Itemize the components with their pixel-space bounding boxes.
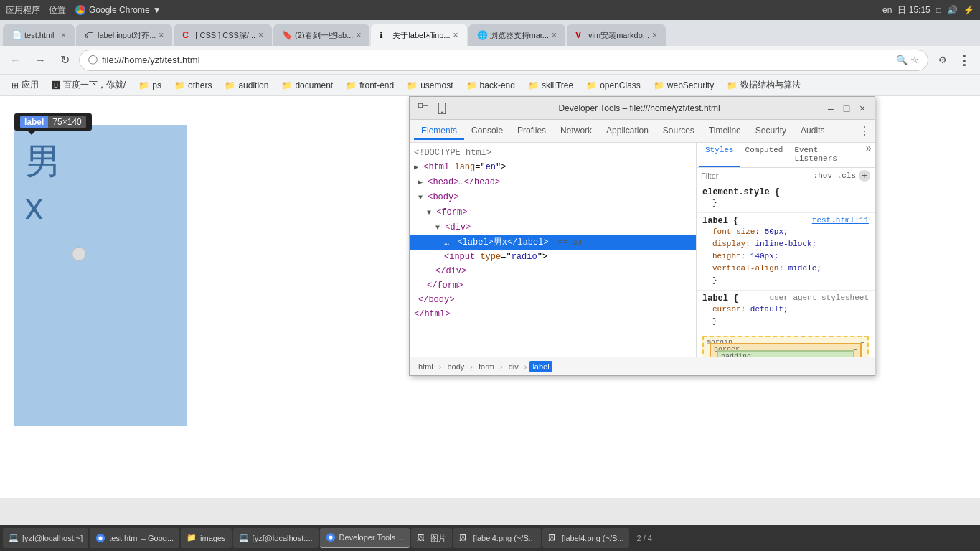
bookmark-star-icon[interactable]: ☆ — [910, 55, 919, 65]
forward-button[interactable]: → — [30, 50, 50, 70]
bookmark-baidu[interactable]: 🅱 百度一下，你就/ — [46, 77, 131, 93]
devtools-phone-icon[interactable] — [434, 100, 450, 116]
tab-close-3[interactable]: × — [258, 30, 263, 40]
bookmark-audition[interactable]: 📁 audition — [219, 79, 274, 92]
devtools-dom-panel: <!DOCTYPE html> ▶ <html lang="en"> ▶ <he… — [410, 143, 697, 357]
taskbar-images[interactable]: 📁 images — [181, 528, 231, 548]
taskbar-devtools[interactable]: Developer Tools ... — [320, 528, 410, 548]
taskbar-label4-1[interactable]: 🖼 [label4.png (~/S... — [453, 528, 541, 548]
html-close-tag: </html> — [414, 309, 450, 319]
dom-line-doctype[interactable]: <!DOCTYPE html> — [410, 146, 696, 160]
tab-vim-markdown[interactable]: V vim安装markdo... × — [567, 24, 666, 46]
tab-close-7[interactable]: × — [652, 30, 657, 40]
taskbar-terminal-2[interactable]: 💻 [yzf@localhost:... — [233, 528, 319, 548]
bookmark-apps[interactable]: ⊞ 应用 — [6, 77, 44, 93]
extensions-button[interactable]: ⚙ — [933, 50, 953, 70]
taskbar-pictures[interactable]: 🖼 图片 — [411, 528, 452, 548]
dom-line-input[interactable]: <input type="radio"> — [410, 250, 696, 264]
filter-input[interactable] — [701, 171, 811, 180]
breadcrumb-label[interactable]: label — [529, 361, 552, 372]
devtools-tab-sources[interactable]: Sources — [656, 123, 702, 140]
bookmark-others[interactable]: 📁 others — [169, 79, 217, 92]
taskbar-label4-icon-2: 🖼 — [548, 533, 558, 543]
dom-line-html[interactable]: ▶ <html lang="en"> — [410, 160, 696, 175]
devtools-tab-elements[interactable]: Elements — [414, 123, 464, 140]
breadcrumb-div[interactable]: div — [506, 361, 522, 372]
page-blue-box: 男x — [14, 125, 187, 426]
tab-close-2[interactable]: × — [159, 30, 164, 40]
bookmark-usemost[interactable]: 📁 usemost — [401, 79, 458, 92]
tab-close-4[interactable]: × — [356, 30, 361, 40]
style-display: display: inline-block; — [702, 238, 869, 250]
dom-line-div-close[interactable]: </div> — [410, 264, 696, 278]
chrome-menu-button[interactable]: ⋮ — [954, 50, 974, 70]
devtools-tab-network[interactable]: Network — [553, 123, 599, 140]
devtools-inspect-icon[interactable] — [415, 100, 431, 116]
dom-line-form[interactable]: ▼ <form> — [410, 205, 696, 220]
devtools-maximize-button[interactable]: □ — [840, 102, 853, 115]
tab-close-5[interactable]: × — [453, 30, 458, 40]
app-menu[interactable]: 应用程序 — [6, 4, 40, 17]
bookmark-frontend[interactable]: 📁 front-end — [340, 79, 400, 92]
chrome-dropdown-icon[interactable]: ▼ — [153, 5, 161, 15]
tab-close-6[interactable]: × — [552, 30, 557, 40]
dom-line-form-close[interactable]: </form> — [410, 278, 696, 293]
tab-test-html[interactable]: 📄 test.html × — [3, 24, 75, 46]
bookmark-ps[interactable]: 📁 ps — [133, 79, 167, 92]
breadcrumb-body[interactable]: body — [444, 361, 467, 372]
tab-browser-support[interactable]: 🌐 浏览器支持mar... × — [468, 24, 566, 46]
breadcrumb-form[interactable]: form — [476, 361, 497, 372]
devtools-tab-security[interactable]: Security — [748, 123, 793, 140]
body-collapse-arrow[interactable]: ▼ — [418, 194, 423, 202]
male-label-element[interactable]: 男x — [22, 132, 75, 232]
taskbar-terminal-1[interactable]: 💻 [yzf@localhost:~] — [3, 528, 88, 548]
div-collapse-arrow[interactable]: ▼ — [435, 224, 440, 232]
devtools-minimize-button[interactable]: – — [824, 102, 837, 115]
dom-line-html-close[interactable]: </html> — [410, 307, 696, 321]
dom-line-body[interactable]: ▼ <body> — [410, 190, 696, 205]
tab-about-label[interactable]: ℹ 关于label和inp... × — [371, 24, 466, 46]
head-collapse-arrow[interactable]: ▶ — [418, 179, 423, 187]
devtools-close-button[interactable]: × — [856, 102, 869, 115]
styles-tab-computed[interactable]: Computed — [740, 143, 789, 167]
bookmark-skilltree[interactable]: 📁 skillTree — [522, 79, 579, 92]
devtools-tab-audits[interactable]: Audits — [793, 123, 831, 140]
add-style-button[interactable]: + — [859, 170, 870, 182]
back-button[interactable]: ← — [6, 50, 26, 70]
taskbar-label4-2[interactable]: 🖼 [label4.png (~/S... — [542, 528, 630, 548]
dom-line-div[interactable]: ▼ <div> — [410, 220, 696, 235]
tab-2-label[interactable]: 🔖 (2)看到一些lab... × — [273, 24, 369, 46]
bookmark-websecurity[interactable]: 📁 webSecurity — [648, 79, 720, 92]
devtools-tab-profiles[interactable]: Profiles — [510, 123, 553, 140]
tab-css[interactable]: C [ CSS ] CSS深/... × — [174, 24, 272, 46]
devtools-more-button[interactable]: ⋮ — [859, 124, 870, 138]
reload-button[interactable]: ↻ — [55, 50, 75, 70]
bookmark-backend[interactable]: 📁 back-end — [461, 79, 521, 92]
styles-tab-event-listeners[interactable]: Event Listeners — [788, 143, 865, 167]
taskbar-label-label4-2: [label4.png (~/S... — [562, 534, 624, 542]
dom-line-body-close[interactable]: </body> — [410, 293, 696, 307]
radio-input[interactable] — [72, 247, 86, 261]
styles-more-icon[interactable]: » — [866, 143, 872, 167]
tooltip-arrow — [27, 131, 36, 135]
taskbar-chrome-test[interactable]: test.html – Goog... — [90, 528, 179, 548]
bookmark-document[interactable]: 📁 document — [275, 79, 339, 92]
breadcrumb-html[interactable]: html — [415, 361, 436, 372]
dom-line-label[interactable]: … <label>男x</label> == $0 — [410, 235, 696, 250]
address-bar[interactable]: ⓘ file:///home/yzf/test.html 🔍 ☆ — [79, 50, 928, 71]
devtools-tab-timeline[interactable]: Timeline — [702, 123, 748, 140]
hov-cls-text[interactable]: :hov .cls — [814, 171, 856, 180]
html-collapse-arrow[interactable]: ▶ — [414, 164, 418, 171]
label-style-source[interactable]: test.html:11 — [812, 216, 869, 226]
form-collapse-arrow[interactable]: ▼ — [427, 209, 431, 217]
bookmark-openclass[interactable]: 📁 openClass — [580, 79, 646, 92]
devtools-tab-console[interactable]: Console — [464, 123, 510, 140]
datetime-display: 日 15:15 — [897, 4, 930, 17]
styles-tab-styles[interactable]: Styles — [699, 143, 740, 167]
bookmark-datastructure[interactable]: 📁 数据结构与算法 — [721, 77, 806, 93]
tab-close-1[interactable]: × — [61, 30, 66, 40]
devtools-tab-application[interactable]: Application — [599, 123, 656, 140]
location-menu[interactable]: 位置 — [49, 4, 66, 17]
tab-label-input[interactable]: 🏷 label input对齐... × — [76, 24, 172, 46]
dom-line-head[interactable]: ▶ <head>…</head> — [410, 175, 696, 190]
